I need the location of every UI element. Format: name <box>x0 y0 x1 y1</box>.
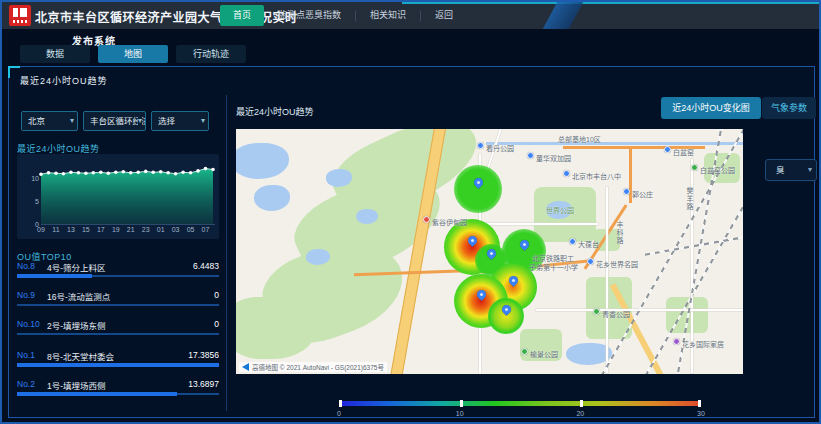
map-type-select-value: 臭 <box>776 165 785 175</box>
x-tick-label: 11 <box>52 226 59 233</box>
x-tick-label: 01 <box>157 226 165 233</box>
panel-corner-accent <box>8 66 20 78</box>
y-tick-label: 5 <box>35 197 39 204</box>
ou-bar <box>17 274 92 278</box>
street-road <box>476 223 598 225</box>
legend-tick-label: 20 <box>576 410 584 417</box>
nav-item-home[interactable]: 首页 <box>220 5 264 26</box>
rank-label: No.8 <box>17 261 35 271</box>
dot-blue-poi-icon <box>527 152 534 159</box>
x-axis-line <box>41 224 215 225</box>
ou-trend-chart: 0510 091113151719212301030507 <box>17 154 219 239</box>
logo-subtext <box>13 20 27 23</box>
dashboard-page: 北京市丰台区循环经济产业园大气恶臭状况实时 首页 监测点恶臭指数 相关知识 返回… <box>0 0 821 424</box>
area-chart-svg <box>41 164 213 224</box>
station-name: 2号-填埋场东侧 <box>47 319 106 331</box>
autonavi-logo-icon <box>242 363 249 371</box>
main-nav: 首页 监测点恶臭指数 相关知识 返回 <box>220 5 467 26</box>
water-area <box>236 143 289 179</box>
railway-line <box>645 236 743 255</box>
header-accent-line <box>402 2 821 4</box>
list-item[interactable]: No.9 16号-流动监测点 0 <box>17 290 219 316</box>
map-label: 樊羊路 <box>684 187 694 211</box>
nav-item-knowledge[interactable]: 相关知识 <box>356 5 420 26</box>
header-skew-accent <box>543 2 583 29</box>
weather-params-button[interactable]: 气象参数 <box>762 97 816 119</box>
ou-value: 13.6897 <box>188 379 219 389</box>
list-item[interactable]: No.10 2号-填埋场东侧 0 <box>17 319 219 345</box>
x-tick-label: 13 <box>67 226 75 233</box>
legend-marker <box>698 400 701 407</box>
x-tick-label: 09 <box>37 226 45 233</box>
ou-bar-track <box>17 333 219 335</box>
chevron-down-icon: ▾ <box>70 112 74 130</box>
tab-data[interactable]: 数据 <box>20 45 90 63</box>
nav-item-back[interactable]: 返回 <box>421 5 467 26</box>
ou-value: 17.3856 <box>188 350 219 360</box>
main-panel: 最近24小时OU趋势 北京 ▾ 丰台区循环经济产业园 ▾ 选择 ▾ 最近24小时… <box>8 66 815 418</box>
dot-green-poi-icon <box>521 348 528 355</box>
legend-tick-label: 10 <box>456 410 464 417</box>
x-tick-label: 07 <box>202 226 210 233</box>
list-item[interactable]: No.1 8号-北天堂村委会 17.3856 <box>17 350 219 376</box>
map-label: 青香公园 <box>602 309 630 319</box>
map-label: 郭公庄 <box>632 189 653 199</box>
map-label: 花乡世界名园 <box>596 259 638 269</box>
dot-blue-poi-icon <box>623 188 630 195</box>
ou-change-map-button[interactable]: 近24小时OU变化图 <box>661 97 761 119</box>
ou-bar-track <box>17 364 219 366</box>
x-tick-label: 17 <box>97 226 105 233</box>
app-logo-icon <box>9 5 31 26</box>
tab-track[interactable]: 行动轨迹 <box>176 45 246 63</box>
legend-marker <box>339 400 342 407</box>
chevron-down-icon: ▾ <box>808 160 812 180</box>
y-tick-label: 10 <box>31 174 39 181</box>
publish-tabs: 数据 地图 行动轨迹 <box>20 45 246 63</box>
dot-green-poi-icon <box>691 164 698 171</box>
station-select[interactable]: 选择 ▾ <box>151 111 209 131</box>
x-tick-label: 03 <box>172 226 180 233</box>
city-select[interactable]: 北京 ▾ <box>21 111 78 131</box>
panel-divider <box>226 95 227 411</box>
list-item[interactable]: No.2 1号-填埋场西侧 13.6897 <box>17 379 219 405</box>
street-road <box>606 187 608 373</box>
x-tick-label: 05 <box>187 226 195 233</box>
x-tick-label: 21 <box>127 226 135 233</box>
city-select-value: 北京 <box>28 116 45 126</box>
app-header: 北京市丰台区循环经济产业园大气恶臭状况实时 首页 监测点恶臭指数 相关知识 返回 <box>2 2 821 29</box>
rank-label: No.1 <box>17 350 35 360</box>
map-label: 丰科路 <box>614 221 624 245</box>
heatmap-map[interactable]: 看丹公园总部基地10区白盆窑白盆窑公园董华双加园北京市丰台八中郭公庄世界公园大葆… <box>236 129 743 374</box>
dot-red-poi-icon <box>423 216 430 223</box>
dot-green-poi-icon <box>593 308 600 315</box>
dot-blue-poi-icon <box>563 170 570 177</box>
ou-bar <box>17 392 177 396</box>
x-tick-label: 19 <box>112 226 120 233</box>
nav-item-odor-index[interactable]: 监测点恶臭指数 <box>264 5 355 26</box>
legend-tick-label: 0 <box>337 410 341 417</box>
panel-title: 最近24小时OU趋势 <box>20 74 108 87</box>
map-section-title: 最近24小时OU趋势 <box>236 105 314 118</box>
legend-tick-label: 30 <box>697 410 705 417</box>
attribution-text: 高德地图 © 2021 AutoNavi - GS(2021)6375号 <box>252 362 384 372</box>
tab-map[interactable]: 地图 <box>98 45 168 63</box>
map-label: 花乡国际家居 <box>682 339 724 349</box>
map-label: 白盆窑 <box>673 147 694 157</box>
ou-color-legend <box>339 401 701 406</box>
list-item[interactable]: No.8 4号-筛分上料区 6.4483 <box>17 261 219 287</box>
map-label: 子弟第十一小学 <box>529 262 578 272</box>
logo-glyph <box>13 8 27 17</box>
ou-bar-track <box>17 393 219 395</box>
map-label: 榆景公园 <box>530 349 558 359</box>
map-label: 总部基地10区 <box>558 134 601 144</box>
dot-blue-poi-icon <box>587 258 594 265</box>
water-area <box>254 185 290 211</box>
station-name: 16号-流动监测点 <box>47 290 110 302</box>
dot-blue-poi-icon <box>569 238 576 245</box>
park-select[interactable]: 丰台区循环经济产业园 ▾ <box>83 111 146 131</box>
ou-value: 6.4483 <box>193 261 219 271</box>
x-tick-label: 23 <box>142 226 150 233</box>
map-type-select[interactable]: 臭 ▾ <box>765 159 817 181</box>
dot-blue-poi-icon <box>664 146 671 153</box>
map-label: 董华双加园 <box>536 153 571 163</box>
